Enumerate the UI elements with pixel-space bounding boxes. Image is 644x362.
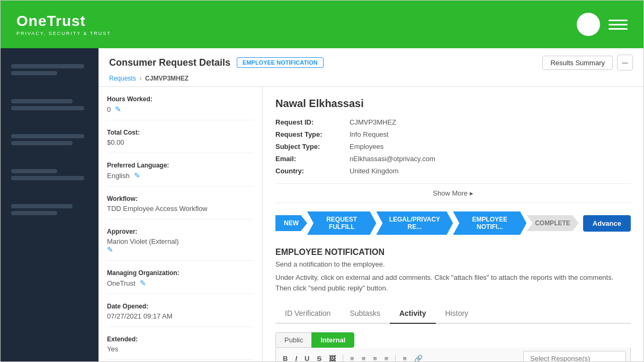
subject-type-value: Employees <box>350 143 383 151</box>
hamburger-menu[interactable] <box>609 20 628 30</box>
tab-id-verification[interactable]: ID Verification <box>275 304 340 324</box>
hours-worked-value: 0 ✎ <box>107 105 254 113</box>
email-label: Email: <box>275 155 350 163</box>
toolbar-indent[interactable]: ≡ <box>400 354 409 361</box>
editor-tab-public[interactable]: Public <box>275 332 311 348</box>
employee-notification-badge: EMPLOYEE NOTIFICATION <box>237 57 324 68</box>
toolbar-image[interactable]: 🖼 <box>326 354 338 361</box>
more-options-button[interactable]: ··· <box>617 55 633 70</box>
tab-history[interactable]: History <box>436 304 478 324</box>
response-select[interactable] <box>523 351 626 361</box>
info-row-subject-type: Subject Type: Employees <box>275 143 631 151</box>
right-panel: Nawal Elkhassasi Request ID: CJMVP3MHEZ … <box>263 87 643 361</box>
toolbar-align-justify[interactable]: ≡ <box>382 354 391 361</box>
logo-text: OneTrust <box>16 13 111 30</box>
advance-button[interactable]: Advance <box>583 215 631 232</box>
managing-org-edit-icon[interactable]: ✎ <box>140 279 146 287</box>
field-hours-worked: Hours Worked: 0 ✎ <box>107 95 254 120</box>
page-header-top: Consumer Request Details EMPLOYEE NOTIFI… <box>109 55 633 70</box>
sidebar-item-1[interactable] <box>1 59 99 83</box>
request-id-label: Request ID: <box>275 118 350 126</box>
main-content: Hours Worked: 0 ✎ Total Cost: $0.00 Pref… <box>99 87 643 361</box>
toolbar-align-right[interactable]: ≡ <box>370 354 380 361</box>
field-extended: Extended: Yes <box>107 335 254 360</box>
date-opened-label: Date Opened: <box>107 303 254 310</box>
field-managing-org: Managing Organization: OneTrust ✎ <box>107 269 254 294</box>
hours-worked-edit-icon[interactable]: ✎ <box>115 105 121 113</box>
field-approver: Approver: Marion Violet (External) ✎ <box>107 228 254 261</box>
progress-steps: NEW REQUEST FULFILL LEGAL/PRIVACY RE... … <box>275 211 631 235</box>
info-row-request-id: Request ID: CJMVP3MHEZ <box>275 118 631 126</box>
toolbar-strikethrough[interactable]: S <box>314 354 324 361</box>
toolbar-italic[interactable]: I <box>292 354 300 361</box>
content-area: Consumer Request Details EMPLOYEE NOTIFI… <box>99 48 643 361</box>
left-panel: Hours Worked: 0 ✎ Total Cost: $0.00 Pref… <box>99 87 263 361</box>
step-new[interactable]: NEW <box>275 215 307 231</box>
total-cost-label: Total Cost: <box>107 129 254 136</box>
header-right <box>577 13 628 36</box>
extended-label: Extended: <box>107 335 254 343</box>
info-row-request-type: Request Type: Info Request <box>275 130 631 138</box>
logo: OneTrust PRIVACY, SECURITY & TRUST <box>16 13 111 36</box>
tab-activity[interactable]: Activity <box>390 304 436 324</box>
toolbar-align-left[interactable]: ≡ <box>347 354 357 361</box>
tab-subtasks[interactable]: Subtasks <box>340 304 390 324</box>
toolbar-separator-1 <box>343 355 343 362</box>
date-opened-value: 07/27/2021 09:17 AM <box>107 312 254 320</box>
extended-value: Yes <box>107 345 254 353</box>
field-total-cost: Total Cost: $0.00 <box>107 129 254 153</box>
breadcrumb-current: CJMVP3MHEZ <box>145 75 189 82</box>
step-request-fulfill[interactable]: REQUEST FULFILL <box>307 211 376 235</box>
header: OneTrust PRIVACY, SECURITY & TRUST <box>1 1 643 48</box>
email-value: nElkhassasi@otprivacy.com <box>350 155 435 163</box>
show-more-button[interactable]: Show More ▸ <box>275 183 631 203</box>
editor-tab-internal[interactable]: Internal <box>311 332 354 348</box>
logo-sub: PRIVACY, SECURITY & TRUST <box>16 31 111 36</box>
step-complete[interactable]: COMPLETE <box>526 215 579 231</box>
approver-edit-icon[interactable]: ✎ <box>107 245 113 254</box>
requester-name: Nawal Elkhassasi <box>275 98 631 110</box>
sidebar-item-2[interactable] <box>1 94 99 118</box>
field-preferred-language: Preferred Language: English ✎ <box>107 162 254 187</box>
step-employee-notifi[interactable]: EMPLOYEE NOTIFI... <box>453 211 526 235</box>
toolbar-link[interactable]: 🔗 <box>412 354 425 361</box>
breadcrumb: Requests › CJMVP3MHEZ <box>109 75 633 82</box>
breadcrumb-requests[interactable]: Requests <box>109 75 136 82</box>
editor-toolbar: B I U S 🖼 ≡ ≡ ≡ ≡ ≡ 🔗 <box>275 348 631 361</box>
page-header-actions: Results Summary ··· <box>542 55 633 70</box>
page-title-row: Consumer Request Details EMPLOYEE NOTIFI… <box>109 57 324 68</box>
request-type-value: Info Request <box>350 130 389 138</box>
sidebar-item-3[interactable] <box>1 129 99 153</box>
toolbar-underline[interactable]: U <box>302 354 312 361</box>
info-table: Request ID: CJMVP3MHEZ Request Type: Inf… <box>275 118 631 175</box>
preferred-language-edit-icon[interactable]: ✎ <box>134 171 140 180</box>
workflow-value: TDD Employee Access Workflow <box>107 205 254 213</box>
managing-org-label: Managing Organization: <box>107 269 254 277</box>
subject-type-label: Subject Type: <box>275 143 350 151</box>
country-value: United Kingdom <box>350 167 399 175</box>
sidebar <box>1 48 99 361</box>
approver-value: Marion Violet (External) ✎ <box>107 237 254 254</box>
total-cost-value: $0.00 <box>107 138 254 146</box>
editor-tabs: Public Internal <box>275 332 631 348</box>
field-date-opened: Date Opened: 07/27/2021 09:17 AM <box>107 303 254 327</box>
sidebar-item-5[interactable] <box>1 199 99 223</box>
section-instructions: Under Activity, click on external and ad… <box>275 272 631 293</box>
page-header: Consumer Request Details EMPLOYEE NOTIFI… <box>99 48 643 87</box>
workflow-label: Workflow: <box>107 195 254 202</box>
results-summary-button[interactable]: Results Summary <box>542 56 613 70</box>
avatar <box>577 13 600 36</box>
toolbar-align-center[interactable]: ≡ <box>359 354 369 361</box>
section-desc: Send a notification to the employee. <box>275 260 631 268</box>
info-row-email: Email: nElkhassasi@otprivacy.com <box>275 155 631 163</box>
request-type-label: Request Type: <box>275 130 350 138</box>
toolbar-bold[interactable]: B <box>280 354 290 361</box>
sidebar-item-4[interactable] <box>1 164 99 188</box>
section-title: EMPLOYEE NOTIFICATION <box>275 248 631 257</box>
preferred-language-label: Preferred Language: <box>107 162 254 169</box>
step-legal-privacy[interactable]: LEGAL/PRIVACY RE... <box>376 211 453 235</box>
main-layout: Consumer Request Details EMPLOYEE NOTIFI… <box>1 48 643 361</box>
request-id-value: CJMVP3MHEZ <box>350 118 396 126</box>
hours-worked-label: Hours Worked: <box>107 95 254 103</box>
toolbar-separator-2 <box>395 355 396 362</box>
